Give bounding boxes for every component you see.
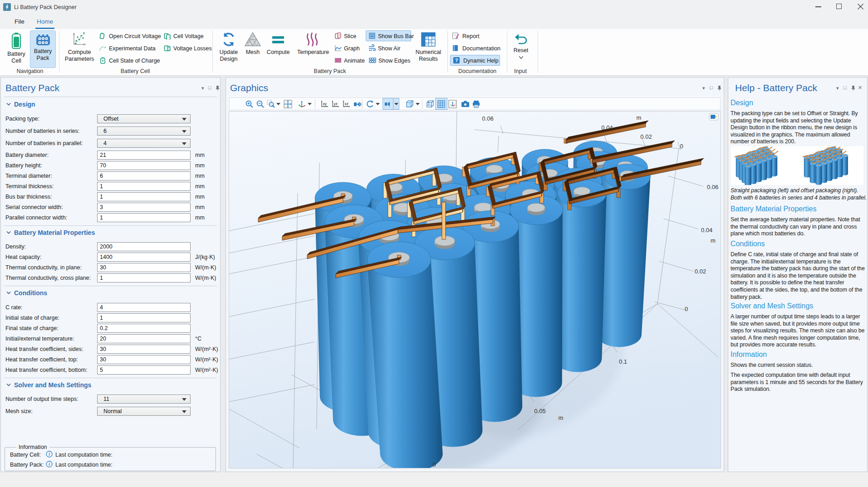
svg-text:m: m: [637, 114, 642, 121]
svg-text:i: i: [49, 452, 50, 457]
svg-text:0.05: 0.05: [534, 408, 545, 414]
svg-text:yz: yz: [334, 102, 338, 106]
svg-text:0.04: 0.04: [701, 227, 712, 234]
svg-text:0: 0: [685, 306, 688, 312]
svg-text:xy: xy: [323, 102, 327, 106]
svg-text:0.02: 0.02: [640, 133, 652, 140]
svg-text:0: 0: [432, 461, 436, 468]
svg-text:xz: xz: [345, 102, 349, 106]
svg-text:0: 0: [680, 143, 683, 150]
svg-text:i: i: [49, 462, 50, 467]
svg-text:m: m: [711, 237, 716, 244]
svg-text:0.04: 0.04: [601, 124, 613, 131]
svg-text:?: ?: [455, 58, 458, 63]
svg-text:0.02: 0.02: [695, 268, 706, 275]
svg-text:0.1: 0.1: [619, 358, 627, 365]
svg-text:0.06: 0.06: [482, 115, 493, 122]
svg-text:m: m: [559, 414, 564, 421]
svg-text:0.06: 0.06: [707, 184, 718, 190]
